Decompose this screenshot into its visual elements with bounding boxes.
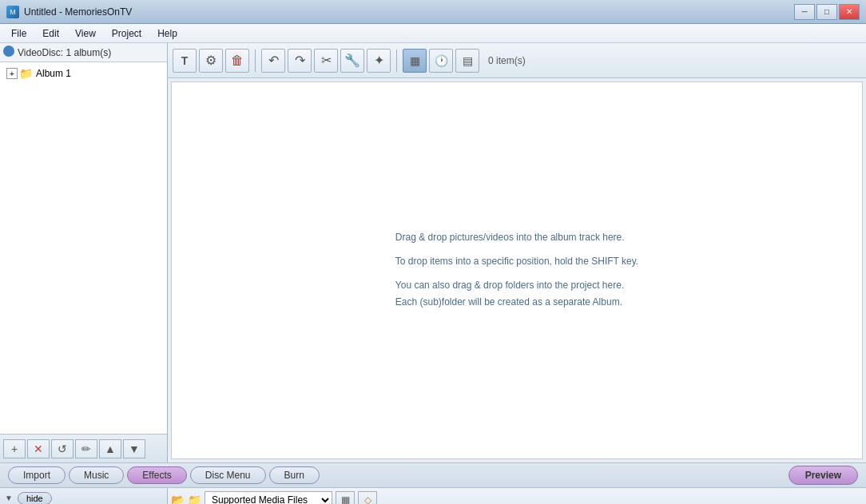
tab-import[interactable]: Import xyxy=(8,466,66,484)
tree-header-label: VideoDisc: 1 album(s) xyxy=(18,47,111,58)
detail-view-button[interactable]: 🕐 xyxy=(429,49,453,73)
clear-button[interactable]: ◇ xyxy=(358,491,377,505)
tree-album-node[interactable]: + 📁 Album 1 xyxy=(3,65,164,81)
menu-help[interactable]: Help xyxy=(149,26,185,41)
menu-view[interactable]: View xyxy=(67,26,104,41)
separator-2 xyxy=(396,50,397,72)
menu-edit[interactable]: Edit xyxy=(34,26,67,41)
drop-hint-line1: Drag & drop pictures/videos into the alb… xyxy=(395,229,638,247)
rotate-right-button[interactable]: ↷ xyxy=(288,49,312,73)
folder-up-icon: 📁 xyxy=(188,494,201,505)
drop-hint: Drag & drop pictures/videos into the alb… xyxy=(395,229,638,311)
disc-icon xyxy=(3,46,14,59)
preview-button[interactable]: Preview xyxy=(789,466,858,485)
menu-bar: File Edit View Project Help xyxy=(0,24,866,43)
tabs-bar: Import Music Effects Disc Menu Burn Prev… xyxy=(0,462,866,488)
up-button[interactable]: ▲ xyxy=(99,439,121,458)
window-title: Untitled - MemoriesOnTV xyxy=(24,6,794,18)
list-view-button[interactable]: ▤ xyxy=(455,49,479,73)
delete-button[interactable]: 🗑 xyxy=(225,49,249,73)
hide-button[interactable]: hide xyxy=(18,492,52,505)
drop-hint-line4: Each (sub)folder will be created as a se… xyxy=(395,294,638,312)
add-album-button[interactable]: + xyxy=(3,439,26,458)
item-count: 0 item(s) xyxy=(488,55,526,66)
refresh-button[interactable]: ↺ xyxy=(51,439,73,458)
bottom-section: ▼ hide - 📁 桌面 + 📁 库 + 👤 Administrator xyxy=(0,488,866,504)
crop-button[interactable]: ✂ xyxy=(314,49,338,73)
drop-hint-line2: To drop items into a specific position, … xyxy=(395,253,638,271)
tab-music[interactable]: Music xyxy=(69,466,124,484)
remove-album-button[interactable]: ✕ xyxy=(27,439,50,458)
folder-nav-icon: 📂 xyxy=(171,494,185,505)
drop-hint-line3: You can also drag & drop folders into th… xyxy=(395,277,638,295)
adjust-button[interactable]: 🔧 xyxy=(340,49,364,73)
separator-1 xyxy=(255,50,256,72)
file-toolbar: 📂 📁 Supported Media FilesAll Files ▦ ◇ xyxy=(168,488,866,504)
thumbnail-view-button[interactable]: ▦ xyxy=(403,49,427,73)
bottom-left-panel: ▼ hide - 📁 桌面 + 📁 库 + 👤 Administrator xyxy=(0,488,168,504)
folder-icon: 📁 xyxy=(19,67,33,80)
bottom-right-panel: 📂 📁 Supported Media FilesAll Files ▦ ◇ N… xyxy=(168,488,866,504)
down-button[interactable]: ▼ xyxy=(123,439,145,458)
edit-button[interactable]: ✏ xyxy=(75,439,97,458)
menu-project[interactable]: Project xyxy=(104,26,149,41)
rotate-left-button[interactable]: ↶ xyxy=(261,49,285,73)
album-toolbar: T ⚙ 🗑 ↶ ↷ ✂ 🔧 ✦ ▦ 🕐 ▤ 0 item(s) xyxy=(168,43,866,78)
collapse-icon: ▼ xyxy=(5,494,13,502)
bottom-tree-header: ▼ hide xyxy=(0,488,167,504)
tree-area: + 📁 Album 1 xyxy=(0,62,167,434)
window-controls: ─ □ ✕ xyxy=(794,4,860,20)
text-tool-button[interactable]: T xyxy=(173,49,197,73)
tab-effects[interactable]: Effects xyxy=(127,466,186,484)
maximize-button[interactable]: □ xyxy=(816,4,837,20)
expand-icon[interactable]: + xyxy=(6,68,18,79)
tab-burn[interactable]: Burn xyxy=(269,466,320,484)
right-panel: T ⚙ 🗑 ↶ ↷ ✂ 🔧 ✦ ▦ 🕐 ▤ 0 item(s) Drag & d… xyxy=(168,43,866,462)
view-toggle-button[interactable]: ▦ xyxy=(336,491,355,505)
album-drop-area[interactable]: Drag & drop pictures/videos into the alb… xyxy=(171,81,863,459)
effects-button[interactable]: ✦ xyxy=(367,49,391,73)
title-bar: M Untitled - MemoriesOnTV ─ □ ✕ xyxy=(0,0,866,24)
tree-header: VideoDisc: 1 album(s) xyxy=(0,43,167,62)
settings-button[interactable]: ⚙ xyxy=(199,49,223,73)
media-filter-select[interactable]: Supported Media FilesAll Files xyxy=(205,491,332,505)
left-panel: VideoDisc: 1 album(s) + 📁 Album 1 + ✕ ↺ … xyxy=(0,43,168,462)
minimize-button[interactable]: ─ xyxy=(794,4,815,20)
tab-disc-menu[interactable]: Disc Menu xyxy=(190,466,266,484)
tree-toolbar: + ✕ ↺ ✏ ▲ ▼ xyxy=(0,434,167,462)
menu-file[interactable]: File xyxy=(3,26,34,41)
app-icon: M xyxy=(6,6,19,18)
album-label: Album 1 xyxy=(36,68,71,79)
main-container: VideoDisc: 1 album(s) + 📁 Album 1 + ✕ ↺ … xyxy=(0,43,866,462)
close-button[interactable]: ✕ xyxy=(839,4,860,20)
